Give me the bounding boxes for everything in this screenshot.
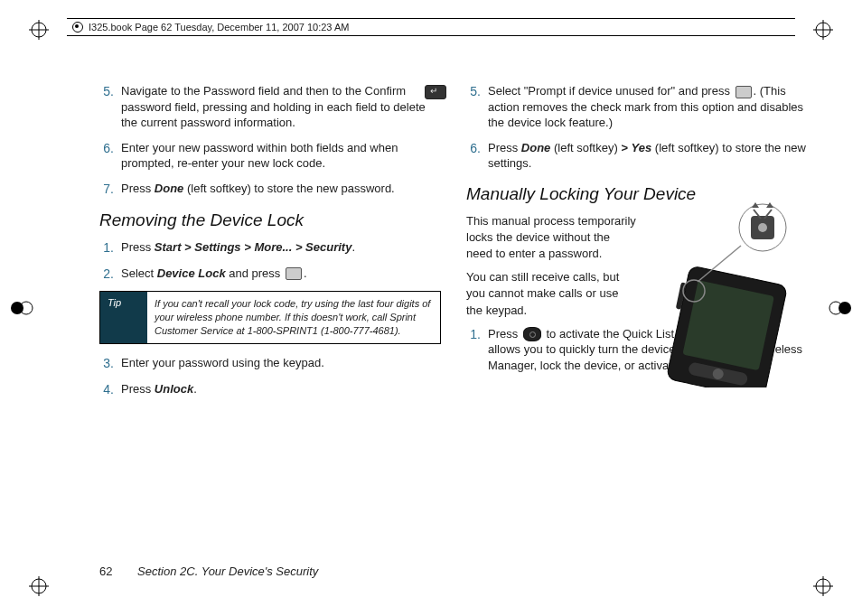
step-number: 1. [466, 326, 481, 374]
step-text: Select Device Lock and press . [121, 266, 307, 283]
step-item: 2. Select Device Lock and press . [99, 266, 441, 283]
step-item: 5. Select "Prompt if device unused for" … [466, 83, 808, 131]
binding-mark-icon [9, 301, 34, 315]
step-number: 2. [99, 266, 114, 283]
step-item: 6. Press Done (left softkey) > Yes (left… [466, 140, 808, 172]
step-number: 6. [466, 140, 481, 172]
step-number: 6. [99, 140, 114, 172]
framemaker-header: I325.book Page 62 Tuesday, December 11, … [67, 18, 795, 36]
tip-label: Tip [100, 292, 147, 343]
step-text: Navigate to the Password field and then … [121, 83, 441, 131]
step-text: Enter your new password within both fiel… [121, 140, 441, 172]
step-number: 4. [99, 381, 114, 398]
steps-list: 5. Navigate to the Password field and th… [99, 83, 441, 198]
header-dot-icon [72, 22, 83, 33]
step-text: Press Done (left softkey) to store the n… [121, 181, 395, 198]
header-text: I325.book Page 62 Tuesday, December 11, … [89, 22, 349, 33]
step-text: Press Start > Settings > More... > Secur… [121, 239, 355, 257]
step-item: 1. Press Start > Settings > More... > Se… [99, 239, 441, 257]
step-item: 3. Enter your password using the keypad. [99, 355, 441, 372]
step-text: Press Done (left softkey) > Yes (left so… [488, 140, 808, 172]
step-number: 1. [99, 239, 114, 257]
page-number: 62 [99, 565, 112, 578]
steps-list: 3. Enter your password using the keypad.… [99, 355, 441, 398]
section-heading-removing-lock: Removing the Device Lock [99, 210, 441, 230]
section-heading-manually-locking: Manually Locking Your Device [466, 184, 808, 204]
ok-key-icon [736, 86, 752, 98]
crop-mark-icon [813, 20, 833, 40]
step-number: 3. [99, 355, 114, 372]
step-number: 5. [466, 83, 481, 131]
step-number: 5. [99, 83, 114, 131]
step-item: 4. Press Unlock. [99, 381, 441, 398]
left-column: 5. Navigate to the Password field and th… [99, 83, 441, 553]
paragraph: This manual process temporarily locks th… [466, 213, 636, 263]
page-footer: 62 Section 2C. Your Device's Security [99, 565, 318, 578]
step-item: 5. Navigate to the Password field and th… [99, 83, 441, 131]
step-text: Press Unlock. [121, 381, 197, 398]
step-text: Enter your password using the keypad. [121, 355, 324, 372]
crop-mark-icon [813, 576, 833, 596]
svg-point-18 [758, 223, 767, 232]
device-illustration [654, 202, 808, 387]
crop-mark-icon [29, 576, 49, 596]
binding-mark-icon [828, 301, 853, 315]
step-item: 7. Press Done (left softkey) to store th… [99, 181, 441, 198]
tip-box: Tip If you can't recall your lock code, … [99, 291, 441, 344]
ok-key-icon [286, 267, 302, 280]
tip-body: If you can't recall your lock code, try … [147, 292, 440, 343]
step-text: Select "Prompt if device unused for" and… [488, 83, 808, 131]
section-label: Section 2C. Your Device's Security [137, 565, 318, 578]
back-key-icon [423, 83, 441, 96]
page-content: 5. Navigate to the Password field and th… [99, 83, 808, 553]
svg-rect-22 [682, 280, 774, 370]
steps-list: 1. Press Start > Settings > More... > Se… [99, 239, 441, 283]
crop-mark-icon [29, 20, 49, 40]
svg-point-15 [839, 302, 851, 314]
step-number: 7. [99, 181, 114, 198]
paragraph: You can still receive calls, but you can… [466, 269, 636, 319]
power-key-icon [523, 327, 541, 341]
right-column: 5. Select "Prompt if device unused for" … [466, 83, 808, 553]
step-item: 6. Enter your new password within both f… [99, 140, 441, 172]
steps-list: 5. Select "Prompt if device unused for" … [466, 83, 808, 172]
